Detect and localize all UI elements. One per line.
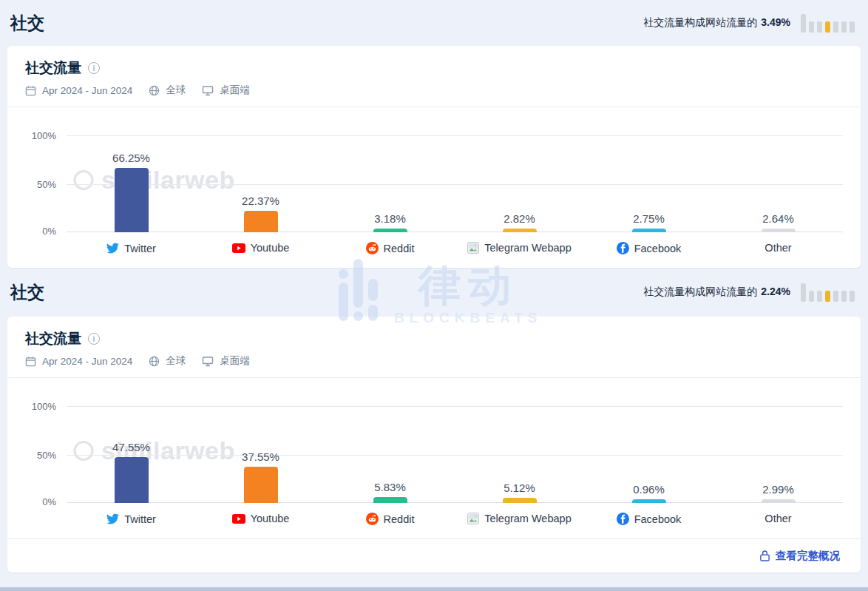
legend-label: Other <box>764 242 791 254</box>
summary-text: 社交流量构成网站流量的2.24% <box>643 286 790 302</box>
legend-item-other: Other <box>764 242 791 254</box>
date-range: Apr 2024 - Jun 2024 <box>42 85 132 96</box>
telegram-webapp-icon <box>467 513 479 524</box>
traffic-mix-mini-chart <box>801 13 855 33</box>
mini-bar <box>801 283 806 302</box>
legend-label: Other <box>764 513 791 524</box>
y-axis: 100% 50% 0% <box>25 135 67 232</box>
facebook-icon <box>617 242 629 254</box>
bottom-strip <box>0 587 868 591</box>
legend-item-twitter: Twitter <box>106 242 156 254</box>
telegram-webapp-icon <box>467 242 479 254</box>
summary-prefix: 社交流量构成网站流量的 <box>643 286 757 297</box>
legend-label: Reddit <box>384 243 415 254</box>
legend-item-twitter: Twitter <box>106 513 156 525</box>
chart-legend: Twitter Youtube Reddit Telegram Webapp <box>67 242 843 254</box>
traffic-mix-mini-chart <box>801 283 855 302</box>
bar-other[interactable] <box>762 499 796 503</box>
bar-reddit[interactable] <box>373 497 407 503</box>
legend-label: Youtube <box>251 513 290 524</box>
facebook-icon <box>617 513 629 525</box>
social-traffic-bar-chart-1: 100% 50% 0% similarweb 66.25% <box>7 107 861 268</box>
plot-area: similarweb 47.55% 37.55% <box>67 406 843 503</box>
mini-bar-highlighted <box>825 21 830 33</box>
summary-value: 3.49% <box>761 16 790 28</box>
legend-item-reddit: Reddit <box>366 513 415 525</box>
mini-bar <box>801 14 806 33</box>
youtube-icon <box>232 514 245 524</box>
section-header-social-2: 社交 社交流量构成网站流量的2.24% <box>0 268 868 317</box>
bar-youtube[interactable] <box>244 467 278 503</box>
legend-item-youtube: Youtube <box>232 513 290 524</box>
bar-value-label: 5.83% <box>374 481 406 493</box>
bar-value-label: 0.96% <box>633 483 665 496</box>
y-tick: 100% <box>32 130 56 141</box>
device-label: 桌面端 <box>220 354 250 368</box>
card-title: 社交流量 <box>25 58 81 78</box>
bar-value-label: 3.18% <box>374 212 406 225</box>
social-traffic-card-2: 社交流量 i Apr 2024 - Jun 2024 全球 桌面端 100% 5… <box>7 317 861 573</box>
mini-bar <box>809 21 814 33</box>
bar-value-label: 22.37% <box>242 195 279 207</box>
mini-bar <box>850 21 855 33</box>
social-share-summary: 社交流量构成网站流量的3.49% <box>643 13 855 33</box>
desktop-icon <box>202 85 214 96</box>
bar-facebook[interactable] <box>632 499 666 503</box>
social-share-summary: 社交流量构成网站流量的2.24% <box>643 283 855 302</box>
y-tick: 100% <box>32 401 56 412</box>
card-header: 社交流量 i Apr 2024 - Jun 2024 全球 桌面端 <box>7 317 861 378</box>
legend-item-youtube: Youtube <box>232 242 290 254</box>
legend-label: Reddit <box>384 513 415 525</box>
globe-icon <box>149 85 160 96</box>
mini-bar <box>841 291 847 302</box>
section-header-social-1: 社交 社交流量构成网站流量的3.49% <box>0 0 868 46</box>
mini-bar <box>817 21 822 33</box>
bar-value-label: 37.55% <box>242 450 279 463</box>
bar-youtube[interactable] <box>244 211 278 232</box>
legend-label: Twitter <box>124 513 156 525</box>
social-traffic-bar-chart-2: 100% 50% 0% similarweb 47.55% <box>7 378 861 538</box>
twitter-icon <box>106 242 119 254</box>
y-tick: 50% <box>37 450 56 461</box>
card-footer: 查看完整概况 <box>7 538 861 573</box>
bar-telegram-webapp[interactable] <box>503 498 537 503</box>
bar-value-label: 47.55% <box>112 441 150 453</box>
summary-prefix: 社交流量构成网站流量的 <box>643 16 757 28</box>
legend-item-telegram-webapp: Telegram Webapp <box>467 513 571 524</box>
summary-value: 2.24% <box>761 286 790 297</box>
twitter-icon <box>106 513 119 525</box>
mini-bar <box>809 291 814 302</box>
date-range: Apr 2024 - Jun 2024 <box>42 356 132 367</box>
mini-bar <box>833 21 838 33</box>
bar-twitter[interactable] <box>115 168 149 232</box>
chart-legend: Twitter Youtube Reddit Telegram Webapp <box>67 513 843 525</box>
info-icon[interactable]: i <box>88 333 100 345</box>
card-meta: Apr 2024 - Jun 2024 全球 桌面端 <box>25 84 843 97</box>
bar-value-label: 2.75% <box>633 212 665 225</box>
reddit-icon <box>366 513 379 525</box>
card-header: 社交流量 i Apr 2024 - Jun 2024 全球 桌面端 <box>7 46 861 107</box>
legend-item-facebook: Facebook <box>617 513 682 525</box>
bar-other[interactable] <box>762 229 796 232</box>
bar-facebook[interactable] <box>632 229 666 232</box>
view-full-overview-link[interactable]: 查看完整概况 <box>759 549 840 563</box>
card-title: 社交流量 <box>25 329 81 348</box>
desktop-icon <box>202 356 214 367</box>
mini-bar <box>817 291 822 302</box>
legend-label: Telegram Webapp <box>484 513 571 524</box>
mini-bar <box>841 21 847 33</box>
legend-item-telegram-webapp: Telegram Webapp <box>467 242 571 254</box>
card-meta: Apr 2024 - Jun 2024 全球 桌面端 <box>25 354 843 368</box>
bar-telegram-webapp[interactable] <box>503 229 537 232</box>
bar-value-label: 2.64% <box>762 212 794 225</box>
legend-item-reddit: Reddit <box>366 242 415 254</box>
bar-reddit[interactable] <box>373 229 407 232</box>
legend-label: Twitter <box>124 243 156 254</box>
globe-icon <box>149 356 160 367</box>
info-icon[interactable]: i <box>88 62 100 74</box>
device-label: 桌面端 <box>220 84 250 97</box>
y-axis: 100% 50% 0% <box>25 406 67 503</box>
mini-bar <box>850 291 855 302</box>
bar-twitter[interactable] <box>115 457 149 503</box>
y-tick: 0% <box>42 226 56 237</box>
